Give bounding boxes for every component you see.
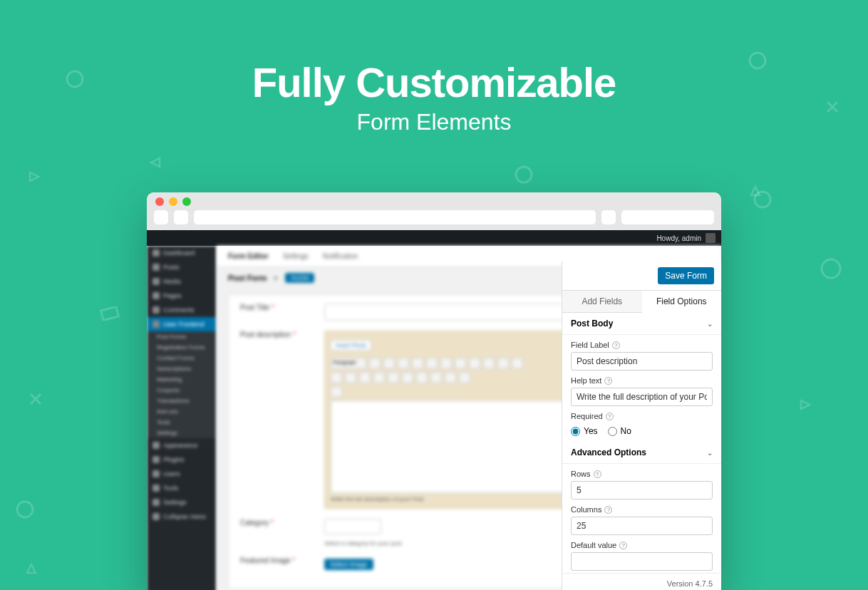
required-no[interactable]: No [608,426,631,436]
section-advanced[interactable]: Advanced Options ⌄ [562,442,721,464]
color-icon[interactable] [359,372,371,383]
sidebar-label: Media [163,278,181,285]
sidebar-item-plugins[interactable]: Plugins [147,452,217,467]
unlink-icon[interactable] [497,358,509,369]
opt-label: Required [571,412,603,420]
hr-icon[interactable] [345,372,356,383]
panel-body: Post Body ⌄ Field Label? Help text? Requ… [562,313,721,573]
sidebar-item-tools[interactable]: Tools [147,481,217,495]
link-icon[interactable] [483,358,495,369]
zoom-icon[interactable] [182,197,191,206]
radio-input[interactable] [608,427,617,436]
svg-point-3 [822,259,840,278]
rows-input[interactable] [571,481,713,500]
sidebar-sub[interactable]: Transactions [147,395,217,406]
tab-settings[interactable]: Settings [283,252,309,260]
sidebar-sub[interactable]: Post Forms [147,331,217,342]
default-value-input[interactable] [571,552,713,571]
category-select[interactable] [324,519,381,534]
sidebar-sub[interactable]: Coupons [147,385,217,395]
align-right-icon[interactable] [469,358,480,369]
svg-point-1 [17,502,33,517]
wp-sidebar: Dashboard Posts Media Pages Comments Use… [147,246,217,590]
close-icon[interactable] [155,197,164,206]
sidebar-sub[interactable]: Subscriptions [147,363,217,374]
tab-add-fields[interactable]: Add Fields [562,291,642,312]
tab-form-editor[interactable]: Form Editor [228,252,269,260]
undo-icon[interactable] [445,372,456,383]
hero-heading: Fully Customizable Form Elements [0,0,868,135]
sidebar-item-dashboard[interactable]: Dashboard [147,246,217,260]
wrench-icon [153,485,160,492]
tab-notification[interactable]: Notification [323,252,358,260]
more-icon[interactable] [512,358,523,369]
sidebar-sub[interactable]: Contact Forms [147,353,217,363]
opt-label: Field Label [571,341,609,349]
help-text-input[interactable] [571,388,713,406]
chevron-down-icon: ⌄ [707,449,713,457]
radio-input[interactable] [571,427,580,436]
help-icon[interactable]: ? [619,542,627,549]
extra-icon[interactable] [331,386,342,398]
sidebar-item-pages[interactable]: Pages [147,289,217,303]
numlist-icon[interactable] [412,358,423,369]
gear-icon [153,499,160,506]
nav-back[interactable] [154,210,168,224]
help-icon[interactable]: ? [604,377,612,385]
sidebar-sub[interactable]: Tools [147,417,217,428]
list-icon[interactable] [398,358,409,369]
sidebar-item-settings[interactable]: Settings [147,495,217,509]
bold-icon[interactable] [369,358,381,369]
sidebar-sub[interactable]: Registration Forms [147,342,217,353]
browser-window: Howdy, admin Dashboard Posts Media Pages… [147,192,721,590]
save-form-button[interactable]: Save Form [658,267,714,284]
field-label-input[interactable] [571,352,713,371]
sidebar-sub[interactable]: Settings [147,428,217,438]
wp-admin: Howdy, admin Dashboard Posts Media Pages… [147,230,721,590]
quote-icon[interactable] [426,358,438,369]
italic-icon[interactable] [383,358,395,369]
paste-icon[interactable] [373,372,385,383]
insert-photo-button[interactable]: Insert Photo [331,340,371,351]
minimize-icon[interactable] [169,197,177,206]
tab-field-options[interactable]: Field Options [642,291,722,313]
select-image-button[interactable]: Select Image [324,559,373,570]
char-icon[interactable] [402,372,413,383]
sidebar-item-comments[interactable]: Comments [147,303,217,317]
sidebar-collapse[interactable]: Collapse menu [147,509,217,524]
form-name[interactable]: Post Form [228,274,267,282]
align-center-icon[interactable] [455,358,466,369]
sidebar-item-appearance[interactable]: Appearance [147,438,217,452]
search-field[interactable] [621,210,714,224]
help-icon[interactable]: ? [594,470,601,478]
columns-input[interactable] [571,517,713,535]
nav-forward[interactable] [174,210,188,224]
help-icon[interactable]: ? [604,506,612,514]
clear-icon[interactable] [388,372,399,383]
avatar-icon[interactable] [706,233,715,243]
opt-rows: Rows? [562,464,721,500]
sidebar-item-media[interactable]: Media [147,274,217,289]
indent-icon[interactable] [430,372,442,383]
strike-icon[interactable] [331,372,342,383]
sidebar-item-user-frontend[interactable]: User Frontend [147,317,217,331]
paragraph-select[interactable]: Paragraph [331,358,366,369]
help-icon[interactable]: ? [612,341,620,349]
address-bar[interactable] [194,210,596,224]
sidebar-label: Users [163,470,180,477]
sidebar-item-users[interactable]: Users [147,467,217,481]
help-icon[interactable]: ? [606,413,614,420]
align-left-icon[interactable] [440,358,452,369]
outdent-icon[interactable] [416,372,428,383]
admin-greeting[interactable]: Howdy, admin [656,234,701,242]
panel-tabs: Add Fields Field Options [562,290,721,313]
sidebar-sub[interactable]: Marketing [147,374,217,385]
redo-icon[interactable] [459,372,470,383]
section-post-body[interactable]: Post Body ⌄ [562,313,721,335]
sidebar-sub[interactable]: Add-ons [147,406,217,417]
sidebar-item-posts[interactable]: Posts [147,260,217,274]
field-label: Category [240,519,269,527]
opt-default-value: Default value? [562,535,721,571]
required-yes[interactable]: Yes [571,426,598,436]
browser-action[interactable] [601,210,616,224]
